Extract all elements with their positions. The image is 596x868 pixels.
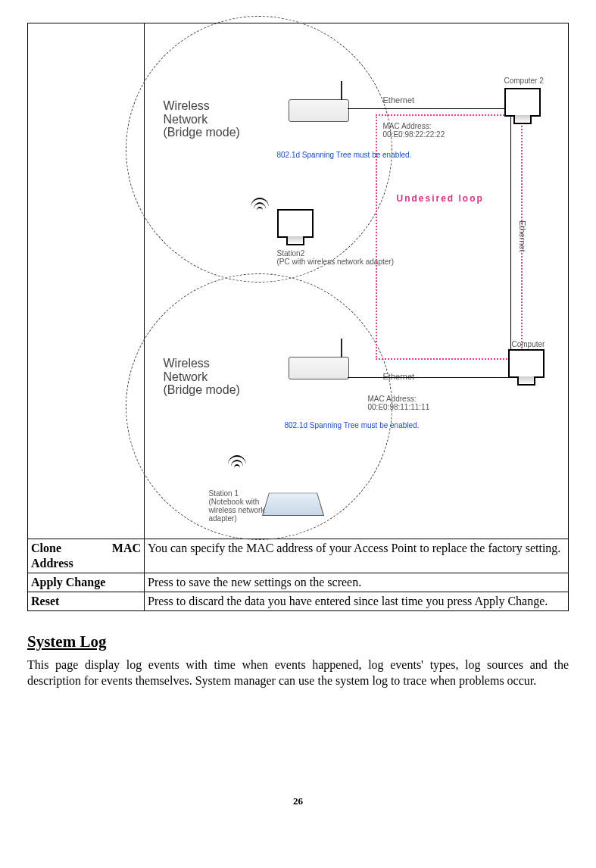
- computer-2-icon: [504, 88, 541, 124]
- station-1-label: Station 1 (Notebook with wireless networ…: [209, 489, 265, 523]
- table-row: Apply Change Press to save the new setti…: [28, 573, 569, 592]
- mac-address-1: MAC Address: 00:E0:98:22:22:22: [383, 122, 445, 139]
- station-2-icon: [277, 209, 314, 245]
- wireless-label-1: Wireless Network (Bridge mode): [164, 99, 240, 139]
- diagram-row-label: [28, 23, 145, 539]
- spanning-tree-note-1: 802.1d Spanning Tree must be enabled.: [277, 151, 412, 159]
- table-row: Clone MACAddress You can specify the MAC…: [28, 539, 569, 573]
- access-point-1: [289, 99, 349, 122]
- table-row: Reset Press to discard the data you have…: [28, 592, 569, 611]
- section-heading: System Log: [27, 632, 569, 651]
- page-number: 26: [27, 795, 569, 807]
- clone-mac-desc: You can specify the MAC address of your …: [145, 539, 569, 573]
- spanning-tree-note-2: 802.1d Spanning Tree must be enabled.: [285, 421, 420, 429]
- mac-address-2: MAC Address: 00:E0:98:11:11:11: [368, 395, 430, 411]
- line-eth-top: [348, 108, 510, 109]
- wifi-icon-2: [228, 455, 248, 470]
- station-2-label: Station2 (PC with wireless network adapt…: [277, 249, 395, 266]
- computer-2-label: Computer 2: [504, 76, 544, 85]
- computer-1-label: Computer: [512, 340, 545, 348]
- computer-1-icon: [508, 349, 545, 386]
- line-eth-right: [510, 108, 511, 377]
- clone-mac-label: Clone MACAddress: [28, 539, 145, 573]
- reset-desc: Press to discard the data you have enter…: [145, 592, 569, 611]
- network-diagram: Wireless Network (Bridge mode) Wireless …: [148, 23, 565, 539]
- apply-change-desc: Press to save the new settings on the sc…: [145, 573, 569, 592]
- wifi-icon-1: [251, 198, 270, 213]
- undesired-loop-label: Undesired loop: [397, 194, 484, 204]
- settings-table: Wireless Network (Bridge mode) Wireless …: [27, 23, 569, 611]
- diagram-cell: Wireless Network (Bridge mode) Wireless …: [145, 23, 569, 539]
- circle-top: [126, 16, 392, 283]
- reset-label: Reset: [28, 592, 145, 611]
- access-point-2: [289, 357, 349, 379]
- wireless-label-2: Wireless Network (Bridge mode): [164, 357, 240, 397]
- line-eth-bottom: [348, 377, 510, 378]
- apply-change-label: Apply Change: [28, 573, 145, 592]
- ethernet-label-1: Ethernet: [383, 95, 415, 105]
- ethernet-label-3: Ethernet: [517, 220, 526, 252]
- section-body: This page display log events with time w…: [27, 657, 569, 689]
- station-1-icon: [261, 493, 323, 516]
